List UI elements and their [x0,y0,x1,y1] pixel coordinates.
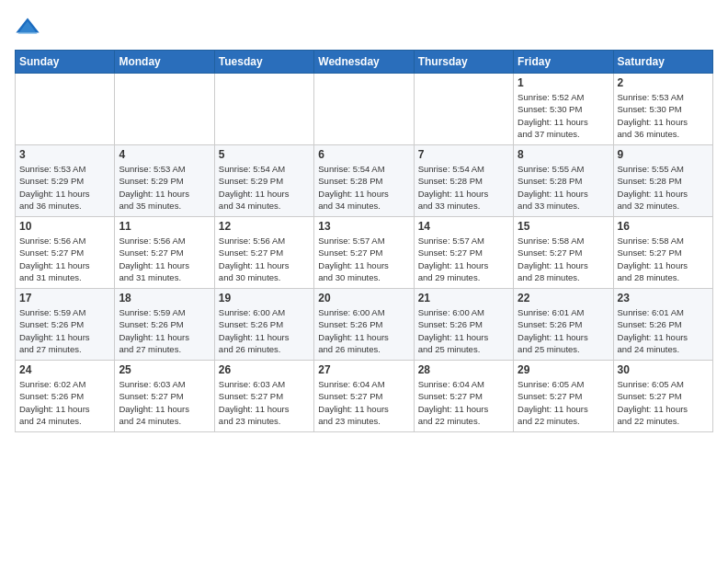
calendar-cell: 15Sunrise: 5:58 AM Sunset: 5:27 PM Dayli… [514,217,613,289]
calendar-cell: 27Sunrise: 6:04 AM Sunset: 5:27 PM Dayli… [314,361,414,432]
calendar-cell: 1Sunrise: 5:52 AM Sunset: 5:30 PM Daylig… [514,74,613,145]
weekday-header-row: SundayMondayTuesdayWednesdayThursdayFrid… [16,51,713,74]
calendar-cell: 18Sunrise: 5:59 AM Sunset: 5:26 PM Dayli… [115,289,214,361]
calendar-cell: 9Sunrise: 5:55 AM Sunset: 5:28 PM Daylig… [613,145,712,217]
day-info: Sunrise: 5:53 AM Sunset: 5:29 PM Dayligh… [119,163,210,212]
day-number: 24 [19,363,110,376]
day-number: 15 [518,220,609,233]
day-number: 1 [518,76,609,89]
calendar-week-3: 10Sunrise: 5:56 AM Sunset: 5:27 PM Dayli… [16,217,713,289]
day-number: 13 [318,220,409,233]
weekday-header-wednesday: Wednesday [314,51,414,74]
calendar-cell: 6Sunrise: 5:54 AM Sunset: 5:28 PM Daylig… [314,145,414,217]
day-info: Sunrise: 5:56 AM Sunset: 5:27 PM Dayligh… [19,235,110,283]
day-number: 29 [518,363,609,376]
calendar-cell [414,74,513,145]
day-info: Sunrise: 5:58 AM Sunset: 5:27 PM Dayligh… [618,235,709,283]
day-info: Sunrise: 6:03 AM Sunset: 5:27 PM Dayligh… [219,378,310,427]
day-info: Sunrise: 5:57 AM Sunset: 5:27 PM Dayligh… [418,235,509,283]
day-info: Sunrise: 5:56 AM Sunset: 5:27 PM Dayligh… [219,235,310,283]
day-number: 6 [318,148,409,161]
day-number: 23 [618,292,709,304]
day-number: 5 [219,148,310,161]
calendar-cell: 16Sunrise: 5:58 AM Sunset: 5:27 PM Dayli… [613,217,712,289]
calendar-cell: 30Sunrise: 6:05 AM Sunset: 5:27 PM Dayli… [613,361,712,432]
day-number: 26 [219,363,310,376]
weekday-header-saturday: Saturday [613,51,712,74]
day-info: Sunrise: 6:00 AM Sunset: 5:26 PM Dayligh… [219,306,310,355]
day-number: 7 [418,148,509,161]
calendar-cell: 10Sunrise: 5:56 AM Sunset: 5:27 PM Dayli… [16,217,115,289]
calendar-week-5: 24Sunrise: 6:02 AM Sunset: 5:26 PM Dayli… [16,361,713,432]
calendar-table: SundayMondayTuesdayWednesdayThursdayFrid… [15,50,713,432]
calendar-cell: 14Sunrise: 5:57 AM Sunset: 5:27 PM Dayli… [414,217,513,289]
day-info: Sunrise: 5:58 AM Sunset: 5:27 PM Dayligh… [518,235,609,283]
day-info: Sunrise: 5:55 AM Sunset: 5:28 PM Dayligh… [618,163,709,212]
weekday-header-sunday: Sunday [16,51,115,74]
calendar-cell: 13Sunrise: 5:57 AM Sunset: 5:27 PM Dayli… [314,217,414,289]
logo-icon [15,15,40,40]
weekday-header-tuesday: Tuesday [214,51,313,74]
day-number: 21 [418,292,509,304]
day-info: Sunrise: 6:01 AM Sunset: 5:26 PM Dayligh… [518,306,609,355]
day-number: 12 [219,220,310,233]
day-number: 10 [19,220,110,233]
calendar-cell: 2Sunrise: 5:53 AM Sunset: 5:30 PM Daylig… [613,74,712,145]
calendar-week-2: 3Sunrise: 5:53 AM Sunset: 5:29 PM Daylig… [16,145,713,217]
day-number: 2 [618,76,709,89]
day-info: Sunrise: 6:00 AM Sunset: 5:26 PM Dayligh… [318,306,409,355]
day-info: Sunrise: 6:03 AM Sunset: 5:27 PM Dayligh… [119,378,210,427]
day-info: Sunrise: 5:55 AM Sunset: 5:28 PM Dayligh… [518,163,609,212]
day-info: Sunrise: 5:59 AM Sunset: 5:26 PM Dayligh… [19,306,110,355]
day-number: 25 [119,363,210,376]
calendar-cell: 4Sunrise: 5:53 AM Sunset: 5:29 PM Daylig… [115,145,214,217]
day-info: Sunrise: 6:04 AM Sunset: 5:27 PM Dayligh… [318,378,409,427]
day-info: Sunrise: 5:59 AM Sunset: 5:26 PM Dayligh… [119,306,210,355]
calendar-week-1: 1Sunrise: 5:52 AM Sunset: 5:30 PM Daylig… [16,74,713,145]
calendar-cell: 3Sunrise: 5:53 AM Sunset: 5:29 PM Daylig… [16,145,115,217]
calendar-cell: 20Sunrise: 6:00 AM Sunset: 5:26 PM Dayli… [314,289,414,361]
day-info: Sunrise: 5:57 AM Sunset: 5:27 PM Dayligh… [318,235,409,283]
day-info: Sunrise: 6:00 AM Sunset: 5:26 PM Dayligh… [418,306,509,355]
calendar-cell: 5Sunrise: 5:54 AM Sunset: 5:29 PM Daylig… [214,145,313,217]
calendar-cell: 25Sunrise: 6:03 AM Sunset: 5:27 PM Dayli… [115,361,214,432]
day-number: 4 [119,148,210,161]
day-info: Sunrise: 6:02 AM Sunset: 5:26 PM Dayligh… [19,378,110,427]
calendar-cell: 12Sunrise: 5:56 AM Sunset: 5:27 PM Dayli… [214,217,313,289]
day-number: 11 [119,220,210,233]
calendar-cell [214,74,313,145]
day-number: 27 [318,363,409,376]
day-number: 14 [418,220,509,233]
day-number: 16 [618,220,709,233]
day-number: 22 [518,292,609,304]
calendar-week-4: 17Sunrise: 5:59 AM Sunset: 5:26 PM Dayli… [16,289,713,361]
day-number: 17 [19,292,110,304]
weekday-header-thursday: Thursday [414,51,513,74]
calendar-header: SundayMondayTuesdayWednesdayThursdayFrid… [16,51,713,74]
day-number: 30 [618,363,709,376]
day-number: 28 [418,363,509,376]
day-info: Sunrise: 6:04 AM Sunset: 5:27 PM Dayligh… [418,378,509,427]
calendar-cell: 17Sunrise: 5:59 AM Sunset: 5:26 PM Dayli… [16,289,115,361]
calendar-body: 1Sunrise: 5:52 AM Sunset: 5:30 PM Daylig… [16,74,713,432]
day-info: Sunrise: 6:05 AM Sunset: 5:27 PM Dayligh… [518,378,609,427]
calendar-cell: 24Sunrise: 6:02 AM Sunset: 5:26 PM Dayli… [16,361,115,432]
day-info: Sunrise: 5:53 AM Sunset: 5:29 PM Dayligh… [19,163,110,212]
day-info: Sunrise: 5:53 AM Sunset: 5:30 PM Dayligh… [618,91,709,140]
day-info: Sunrise: 6:05 AM Sunset: 5:27 PM Dayligh… [618,378,709,427]
day-info: Sunrise: 5:52 AM Sunset: 5:30 PM Dayligh… [518,91,609,140]
calendar-cell [115,74,214,145]
calendar-cell [16,74,115,145]
day-info: Sunrise: 5:56 AM Sunset: 5:27 PM Dayligh… [119,235,210,283]
day-number: 8 [518,148,609,161]
calendar-cell: 23Sunrise: 6:01 AM Sunset: 5:26 PM Dayli… [613,289,712,361]
header [15,15,713,40]
calendar-cell: 8Sunrise: 5:55 AM Sunset: 5:28 PM Daylig… [514,145,613,217]
weekday-header-monday: Monday [115,51,214,74]
day-number: 20 [318,292,409,304]
day-number: 19 [219,292,310,304]
calendar-cell: 28Sunrise: 6:04 AM Sunset: 5:27 PM Dayli… [414,361,513,432]
logo [15,15,44,40]
day-number: 9 [618,148,709,161]
page: SundayMondayTuesdayWednesdayThursdayFrid… [0,0,728,442]
